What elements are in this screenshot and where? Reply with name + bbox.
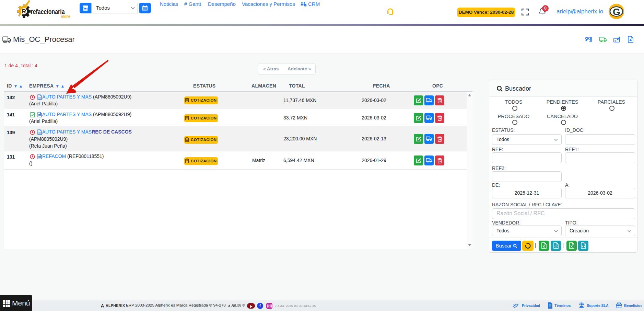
svg-text:R: R: [22, 8, 26, 15]
svg-text:refaccionaria: refaccionaria: [31, 8, 65, 15]
svg-text:G: G: [613, 7, 620, 17]
svg-text:$: $: [614, 39, 616, 42]
svg-text:online: online: [61, 14, 70, 19]
